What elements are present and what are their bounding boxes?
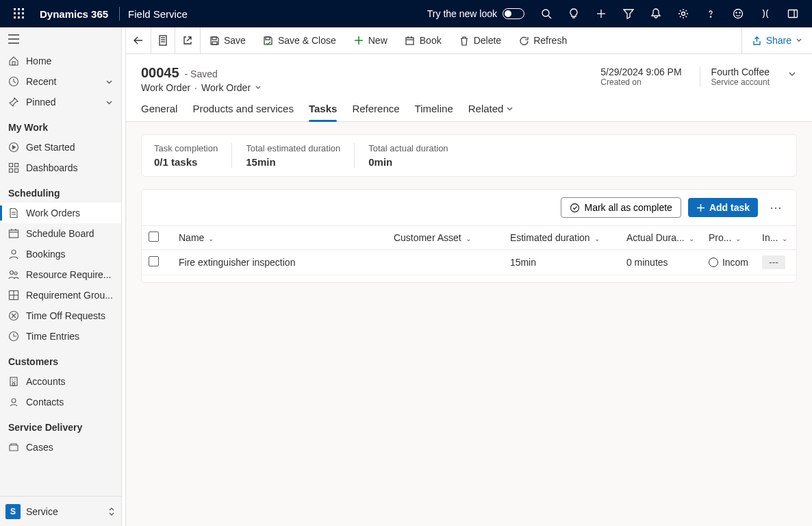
save-close-button[interactable]: Save & Close xyxy=(255,27,345,53)
tab-timeline[interactable]: Timeline xyxy=(415,103,453,121)
chevron-down-icon xyxy=(105,78,113,86)
stat-total-estimated-duration: Total estimated duration15min xyxy=(232,143,355,168)
chevron-down-icon: ⌄ xyxy=(689,235,694,242)
sidebar-group-my-work: My Work xyxy=(0,112,121,137)
sidebar-group-scheduling: Scheduling xyxy=(0,178,121,203)
table-row[interactable]: Fire extinguisher inspection15min0 minut… xyxy=(142,250,796,275)
sidebar-item-bookings[interactable]: Bookings xyxy=(0,244,121,264)
svg-rect-19 xyxy=(789,10,798,18)
tab-products-and-services[interactable]: Products and services xyxy=(192,103,294,121)
tab-general[interactable]: General xyxy=(141,103,177,121)
global-top-bar: Dynamics 365 Field Service Try the new l… xyxy=(0,0,812,27)
sidebar-item-work-orders[interactable]: Work Orders xyxy=(0,203,121,223)
help-icon[interactable] xyxy=(697,0,724,27)
time-icon xyxy=(8,331,19,342)
tab-related[interactable]: Related xyxy=(468,103,514,121)
sidebar-item-home[interactable]: Home xyxy=(0,51,121,71)
brand-label[interactable]: Dynamics 365 xyxy=(33,8,115,20)
open-new-window-button[interactable] xyxy=(175,27,201,53)
svg-point-39 xyxy=(14,272,17,275)
try-new-look-toggle[interactable] xyxy=(503,8,524,19)
row-checkbox[interactable] xyxy=(149,256,159,266)
svg-point-51 xyxy=(12,399,16,403)
back-button[interactable] xyxy=(126,27,151,53)
sidebar-item-resource-require[interactable]: Resource Require... xyxy=(0,264,121,285)
sidebar-item-accounts[interactable]: Accounts xyxy=(0,371,121,392)
nav-collapse-icon[interactable] xyxy=(0,27,121,51)
smiley-icon[interactable] xyxy=(724,0,752,27)
svg-rect-8 xyxy=(22,16,24,18)
cell-inspection[interactable]: --- xyxy=(755,250,796,275)
area-switcher-chevron-icon xyxy=(107,507,116,516)
area-switcher[interactable]: S Service xyxy=(0,496,121,526)
sidebar-item-time-entries[interactable]: Time Entries xyxy=(0,326,121,347)
column-header-name[interactable]: Name ⌄ xyxy=(172,226,387,250)
sidebar-item-time-off-requests[interactable]: Time Off Requests xyxy=(0,305,121,326)
cell-estimated-duration[interactable]: 15min xyxy=(503,250,620,275)
cell-progress[interactable]: Incom xyxy=(702,250,755,275)
sidebar-item-dashboards[interactable]: Dashboards xyxy=(0,158,121,178)
select-all-checkbox[interactable] xyxy=(149,231,159,242)
svg-point-9 xyxy=(542,10,549,16)
header-expand-chevron-icon[interactable] xyxy=(787,66,797,79)
app-name-label[interactable]: Field Service xyxy=(124,8,188,20)
cell-name[interactable]: Fire extinguisher inspection xyxy=(172,250,387,275)
sidebar-item-get-started[interactable]: Get Started xyxy=(0,137,121,158)
tasks-grid: Name ⌄Customer Asset ⌄Estimated duration… xyxy=(142,225,796,275)
sidebar-item-contacts[interactable]: Contacts xyxy=(0,392,121,412)
mark-all-complete-button[interactable]: Mark all as complete xyxy=(561,197,681,218)
search-icon[interactable] xyxy=(533,0,560,27)
delete-button[interactable]: Delete xyxy=(451,27,510,53)
timeoff-icon xyxy=(8,310,19,321)
sidebar-group-service-delivery: Service Delivery xyxy=(0,412,121,437)
save-button[interactable]: Save xyxy=(201,27,255,53)
svg-rect-3 xyxy=(14,12,16,14)
form-name[interactable]: Work Order xyxy=(201,82,251,93)
svg-rect-56 xyxy=(212,37,216,40)
refresh-button[interactable]: Refresh xyxy=(510,27,576,53)
bell-icon[interactable] xyxy=(642,0,670,27)
plus-icon[interactable] xyxy=(587,0,615,27)
gear-icon[interactable] xyxy=(670,0,697,27)
copilot-icon[interactable] xyxy=(752,0,779,27)
grid-overflow-button[interactable]: ⋯ xyxy=(765,197,787,218)
new-button[interactable]: New xyxy=(345,27,396,53)
svg-point-14 xyxy=(682,12,685,16)
lightbulb-icon[interactable] xyxy=(560,0,587,27)
column-header-customer-asset[interactable]: Customer Asset ⌄ xyxy=(387,226,503,250)
svg-rect-28 xyxy=(15,164,18,167)
sidebar-item-recent[interactable]: Recent xyxy=(0,71,121,92)
tab-tasks[interactable]: Tasks xyxy=(309,103,337,121)
panel-icon[interactable] xyxy=(779,0,807,27)
column-header-pro[interactable]: Pro... ⌄ xyxy=(702,226,755,250)
record-header: 00045 - Saved Work Order · Work Order 5/… xyxy=(126,54,812,93)
sidebar-item-cases[interactable]: Cases xyxy=(0,437,121,458)
dashboard-icon xyxy=(8,162,19,173)
share-button[interactable]: Share xyxy=(741,27,812,53)
svg-point-65 xyxy=(571,203,579,212)
svg-rect-4 xyxy=(18,12,20,14)
tasks-grid-card: Mark all as complete Add task ⋯ Name ⌄Cu… xyxy=(141,189,797,283)
sidebar-item-pinned[interactable]: Pinned xyxy=(0,92,121,112)
record-title: 00045 xyxy=(141,65,179,80)
header-field-link[interactable]: Fourth Coffee xyxy=(711,66,770,77)
cell-actual-duration[interactable]: 0 minutes xyxy=(620,250,702,275)
sidebar-item-schedule-board[interactable]: Schedule Board xyxy=(0,223,121,244)
cell-customer-asset[interactable] xyxy=(387,250,503,275)
try-new-look-label: Try the new look xyxy=(427,8,497,19)
record-set-button[interactable] xyxy=(151,27,175,53)
app-launcher-icon[interactable] xyxy=(5,8,33,19)
book-button[interactable]: Book xyxy=(396,27,451,53)
grid-icon xyxy=(8,290,19,301)
form-switch-chevron-icon[interactable] xyxy=(255,84,262,91)
svg-rect-7 xyxy=(18,16,20,18)
sidebar-item-requirement-grou[interactable]: Requirement Grou... xyxy=(0,285,121,305)
add-task-button[interactable]: Add task xyxy=(688,198,758,217)
svg-rect-29 xyxy=(10,169,13,173)
play-icon xyxy=(8,142,19,153)
column-header-actual-dura[interactable]: Actual Dura... ⌄ xyxy=(620,226,702,250)
column-header-in[interactable]: In... ⌄ xyxy=(755,226,796,250)
filter-icon[interactable] xyxy=(615,0,642,27)
tab-reference[interactable]: Reference xyxy=(352,103,399,121)
column-header-estimated-duration[interactable]: Estimated duration ⌄ xyxy=(503,226,620,250)
